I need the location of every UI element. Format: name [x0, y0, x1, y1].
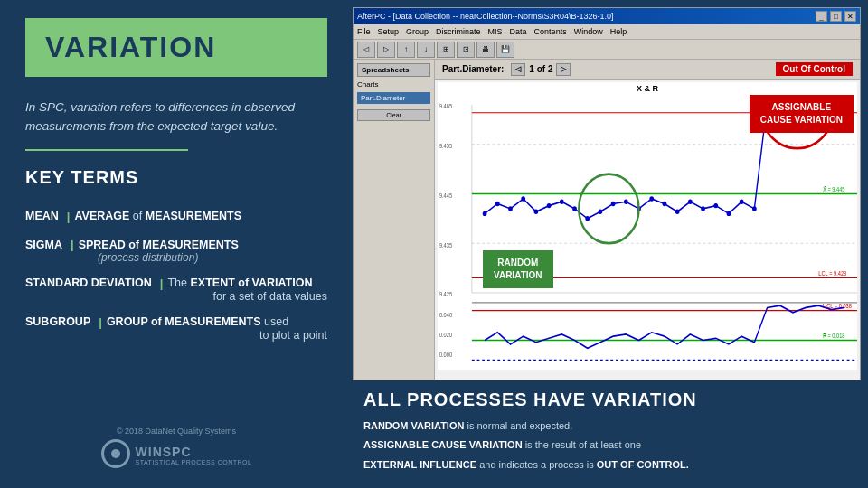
svg-point-63: [579, 174, 638, 244]
svg-point-24: [585, 216, 590, 221]
svg-text:0.020: 0.020: [439, 332, 453, 338]
term-sigma-pipe: |: [71, 238, 74, 251]
toolbar-btn-6[interactable]: ⊡: [457, 42, 475, 58]
left-panel: VARIATION In SPC, variation refers to di…: [0, 0, 353, 488]
menu-discriminate[interactable]: Discriminate: [436, 27, 481, 36]
random-variation-label: RANDOM VARIATION: [363, 420, 464, 431]
term-std-line2: for a set of data values: [25, 290, 327, 303]
win-toolbar: ◁ ▷ ↑ ↓ ⊞ ⊡ 🖶 💾: [354, 40, 860, 60]
win-menubar: File Setup Group Discriminate MIS Data C…: [354, 24, 860, 40]
term-mean-pipe: |: [67, 208, 71, 226]
part-nav-text: 1 of 2: [529, 64, 552, 74]
term-sub-pipe: |: [99, 315, 102, 329]
term-std-dev: STANDARD DEVIATION | The EXTENT of VARIA…: [25, 277, 327, 303]
part-diameter-item[interactable]: Part.Diameter: [357, 92, 430, 104]
winspc-logo: WINSPC STATISTICAL PROCESS CONTROL: [101, 439, 252, 470]
svg-point-20: [534, 209, 539, 213]
menu-setup[interactable]: Setup: [378, 27, 400, 36]
assignable-cause-label: ASSIGNABLE CAUSE VARIATION: [363, 439, 523, 450]
toolbar-btn-1[interactable]: ◁: [357, 42, 375, 58]
svg-text:LCL = 9.428: LCL = 9.428: [818, 270, 846, 277]
term-sigma-sub: (process distribution): [25, 251, 327, 264]
menu-data[interactable]: Data: [510, 27, 527, 36]
svg-point-18: [508, 206, 513, 211]
svg-text:9.465: 9.465: [439, 103, 453, 109]
assignable-cause-text: ASSIGNABLECAUSE VARIATION: [760, 102, 843, 125]
svg-point-29: [649, 196, 654, 201]
out-of-control-label: OUT OF CONTROL.: [597, 459, 689, 470]
divider-line: [25, 149, 188, 151]
toolbar-btn-7[interactable]: 🖶: [476, 42, 495, 58]
term-sub-key: SUBGROUP: [25, 315, 90, 328]
win-minimize-btn[interactable]: _: [816, 11, 827, 22]
variation-title: VARIATION: [45, 31, 216, 63]
variation-title-box: VARIATION: [25, 18, 327, 77]
term-std-def: The EXTENT of VARIATION: [167, 277, 312, 289]
assignable-cause-badge: ASSIGNABLECAUSE VARIATION: [750, 95, 854, 133]
clear-btn[interactable]: Clear: [357, 109, 430, 121]
svg-text:X̄ = 9.445: X̄ = 9.445: [823, 186, 845, 192]
part-label: Part.Diameter:: [442, 64, 504, 74]
svg-point-21: [547, 203, 552, 208]
right-panel: AfterPC - [Data Collection -- nearCollec…: [353, 0, 868, 488]
svg-point-17: [495, 202, 500, 206]
win-titlebar-text: AfterPC - [Data Collection -- nearCollec…: [357, 12, 813, 21]
svg-text:9.455: 9.455: [439, 143, 453, 149]
spreadsheets-btn[interactable]: Spreadsheets: [357, 63, 430, 77]
svg-point-19: [521, 196, 525, 201]
bottom-line1-suffix: is normal and expected.: [467, 420, 572, 431]
toolbar-btn-5[interactable]: ⊞: [437, 42, 455, 58]
menu-file[interactable]: File: [357, 27, 371, 36]
svg-text:9.435: 9.435: [439, 241, 453, 248]
chart-window: AfterPC - [Data Collection -- nearCollec…: [353, 7, 861, 380]
description-text: In SPC, variation refers to differences …: [25, 99, 327, 136]
menu-group[interactable]: Group: [406, 27, 429, 36]
svg-point-33: [701, 206, 705, 211]
bottom-text-3: EXTERNAL INFLUENCE and indicates a proce…: [363, 457, 850, 473]
svg-point-32: [688, 200, 693, 204]
menu-mis[interactable]: MIS: [488, 27, 503, 36]
svg-point-34: [713, 203, 718, 208]
bottom-line3-suffix: and indicates a process is: [479, 459, 597, 470]
charts-btn[interactable]: Charts: [357, 80, 430, 89]
svg-point-22: [560, 200, 564, 204]
part-prev-btn[interactable]: ◁: [511, 63, 525, 76]
svg-point-30: [663, 202, 667, 206]
bottom-text-1: RANDOM VARIATION is normal and expected.: [363, 418, 850, 434]
term-subgroup: SUBGROUP | GROUP of MEASUREMENTS used to…: [25, 315, 327, 342]
toolbar-btn-2[interactable]: ▷: [377, 42, 395, 58]
bottom-text-2: ASSIGNABLE CAUSE VARIATION is the result…: [363, 437, 850, 453]
key-terms-label: KEY TERMS: [25, 167, 327, 188]
menu-window[interactable]: Window: [574, 27, 603, 36]
term-sigma-def: SPREAD of MEASUREMENTS: [79, 239, 239, 251]
menu-help[interactable]: Help: [610, 27, 627, 36]
svg-point-26: [611, 202, 616, 206]
svg-text:9.425: 9.425: [439, 291, 453, 297]
part-next-btn[interactable]: ▷: [556, 63, 571, 76]
svg-text:R̄ = 0.018: R̄ = 0.018: [823, 333, 845, 339]
win-maximize-btn[interactable]: □: [830, 11, 842, 22]
term-std-pipe: |: [160, 277, 164, 290]
svg-point-23: [572, 206, 577, 211]
win-close-btn[interactable]: ✕: [844, 11, 856, 22]
term-sub-line2: to plot a point: [25, 329, 327, 342]
chart-title: X & R: [438, 82, 857, 95]
svg-point-35: [727, 211, 731, 216]
copyright-text: © 2018 DataNet Quality Systems: [117, 427, 236, 436]
win-titlebar: AfterPC - [Data Collection -- nearCollec…: [354, 8, 860, 24]
svg-point-37: [752, 206, 757, 211]
part-nav: ◁ 1 of 2 ▷: [511, 63, 571, 76]
winspc-logo-sub: STATISTICAL PROCESS CONTROL: [136, 459, 252, 465]
toolbar-btn-3[interactable]: ↑: [397, 42, 415, 58]
menu-contents[interactable]: Contents: [534, 27, 567, 36]
svg-point-16: [483, 211, 487, 216]
winspc-circle-icon: [101, 439, 130, 468]
term-mean-def: AVERAGE of MEASUREMENTS: [74, 208, 241, 225]
copyright-area: © 2018 DataNet Quality Systems WINSPC ST…: [25, 427, 327, 470]
toolbar-btn-8[interactable]: 💾: [496, 42, 514, 58]
svg-point-25: [599, 209, 603, 213]
toolbar-btn-4[interactable]: ↓: [417, 42, 435, 58]
chart-left-sidebar: Spreadsheets Charts Part.Diameter Clear: [354, 60, 435, 380]
term-mean: MEAN | AVERAGE of MEASUREMENTS: [25, 208, 327, 226]
term-sigma: SIGMA | SPREAD of MEASUREMENTS (process …: [25, 238, 327, 264]
